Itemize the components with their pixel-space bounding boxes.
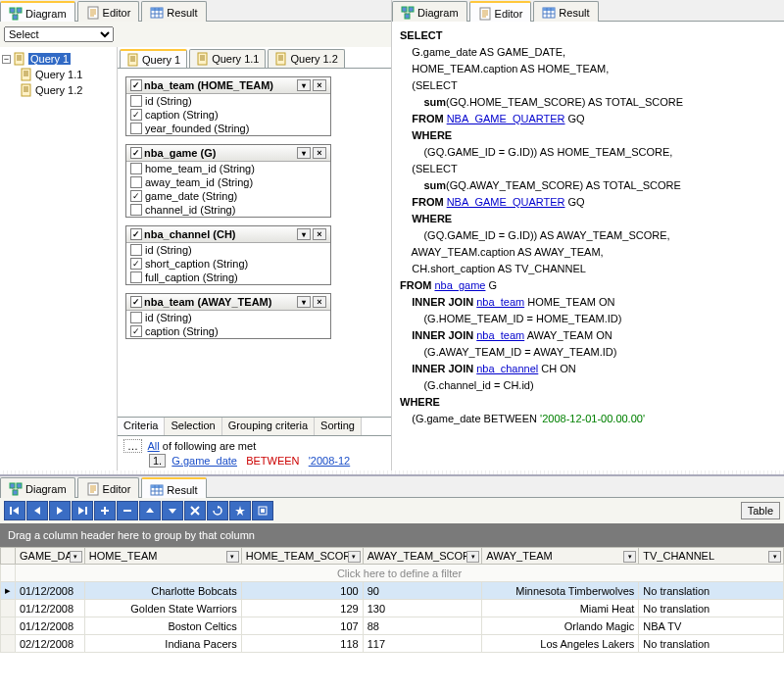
- column-checkbox[interactable]: [130, 258, 142, 270]
- query-selector[interactable]: Select: [4, 26, 114, 42]
- qtab-2[interactable]: Query 1.1: [189, 49, 266, 68]
- cell-home-score[interactable]: 118: [241, 635, 363, 653]
- nav-first[interactable]: [4, 501, 25, 520]
- column-checkbox[interactable]: [130, 325, 142, 337]
- cell-home-team[interactable]: Charlotte Bobcats: [84, 582, 241, 600]
- column-row[interactable]: caption (String): [126, 108, 330, 122]
- nav-last[interactable]: [72, 501, 93, 520]
- cell-home-score[interactable]: 107: [241, 617, 363, 635]
- nav-prev[interactable]: [26, 501, 48, 520]
- col-home-score[interactable]: HOME_TEAM_SCORE▾: [241, 548, 363, 565]
- nav-cancel[interactable]: [184, 501, 206, 520]
- btab-diagram[interactable]: Diagram: [0, 477, 75, 498]
- tree-child-2[interactable]: Query 1.2: [2, 82, 115, 98]
- cell-home-score[interactable]: 100: [241, 582, 363, 600]
- tab-editor[interactable]: Editor: [77, 1, 140, 22]
- nav-next[interactable]: [49, 501, 71, 520]
- filter-row[interactable]: Click here to define a filter: [1, 565, 784, 582]
- cell-home-team[interactable]: Indiana Pacers: [84, 635, 241, 653]
- cell-away-team[interactable]: Los Angeles Lakers: [482, 635, 639, 653]
- table-row[interactable]: 01/12/2008Boston Celtics10788Orlando Mag…: [1, 617, 784, 635]
- col-game-date[interactable]: GAME_DA▲▾: [16, 548, 85, 565]
- column-row[interactable]: year_founded (String): [126, 122, 330, 135]
- table-checkbox[interactable]: [130, 147, 142, 159]
- col-away-team[interactable]: AWAY_TEAM▾: [482, 548, 639, 565]
- table-box[interactable]: nba_team (HOME_TEAM)▾×id (String)caption…: [125, 76, 331, 136]
- diagram-designer[interactable]: nba_team (HOME_TEAM)▾×id (String)caption…: [118, 69, 391, 417]
- cell-home-team[interactable]: Boston Celtics: [84, 617, 241, 635]
- cell-date[interactable]: 02/12/2008: [16, 635, 85, 653]
- cell-away-score[interactable]: 117: [363, 635, 482, 653]
- btab-result[interactable]: Result: [141, 477, 206, 498]
- criteria-field[interactable]: G.game_date: [172, 455, 237, 467]
- table-box[interactable]: nba_game (G)▾×home_team_id (String)away_…: [125, 144, 331, 218]
- table-close[interactable]: ×: [313, 228, 326, 240]
- table-dropdown[interactable]: ▾: [297, 147, 311, 159]
- crit-tab-criteria[interactable]: Criteria: [118, 418, 165, 435]
- cell-away-team[interactable]: Miami Heat: [482, 600, 639, 617]
- dropdown-icon[interactable]: ▾: [70, 551, 82, 563]
- group-by-bar[interactable]: Drag a column header here to group by th…: [0, 523, 784, 547]
- column-row[interactable]: home_team_id (String): [126, 162, 330, 175]
- cell-date[interactable]: 01/12/2008: [16, 600, 85, 617]
- table-checkbox[interactable]: [130, 228, 142, 240]
- cell-date[interactable]: 01/12/2008: [16, 582, 85, 600]
- criteria-line-menu[interactable]: 1.: [149, 454, 166, 468]
- cell-tv[interactable]: No translation: [639, 582, 784, 600]
- criteria-all-link[interactable]: All: [148, 440, 160, 452]
- cell-tv[interactable]: NBA TV: [639, 617, 784, 635]
- column-checkbox[interactable]: [130, 271, 142, 283]
- dropdown-icon[interactable]: ▾: [768, 551, 781, 563]
- table-row[interactable]: 01/12/2008Golden State Warriors129130Mia…: [1, 600, 784, 617]
- nav-add[interactable]: [94, 501, 116, 520]
- table-checkbox[interactable]: [130, 79, 142, 91]
- table-close[interactable]: ×: [313, 296, 326, 308]
- criteria-add[interactable]: …: [123, 439, 142, 453]
- col-tv-channel[interactable]: TV_CHANNEL▾: [639, 548, 784, 565]
- criteria-value[interactable]: '2008-12: [309, 455, 350, 467]
- column-checkbox[interactable]: [130, 123, 142, 134]
- column-row[interactable]: id (String): [126, 311, 330, 324]
- cell-away-team[interactable]: Minnesota Timberwolves: [482, 582, 639, 600]
- column-row[interactable]: game_date (String): [126, 189, 330, 203]
- table-box[interactable]: nba_channel (CH)▾×id (String)short_capti…: [125, 225, 331, 285]
- cell-away-score[interactable]: 88: [363, 617, 482, 635]
- dropdown-icon[interactable]: ▾: [348, 551, 361, 563]
- column-checkbox[interactable]: [130, 244, 142, 256]
- rtab-result[interactable]: Result: [533, 1, 598, 22]
- column-row[interactable]: caption (String): [126, 324, 330, 338]
- sql-editor[interactable]: SELECT G.game_date AS GAME_DATE, HOME_TE…: [392, 22, 784, 470]
- table-dropdown[interactable]: ▾: [297, 79, 311, 91]
- column-row[interactable]: away_team_id (String): [126, 175, 330, 189]
- column-row[interactable]: channel_id (String): [126, 203, 330, 217]
- crit-tab-selection[interactable]: Selection: [165, 418, 221, 435]
- column-checkbox[interactable]: [130, 204, 142, 216]
- nav-refresh[interactable]: [207, 501, 228, 520]
- column-row[interactable]: full_caption (String): [126, 271, 330, 284]
- column-checkbox[interactable]: [130, 176, 142, 188]
- column-row[interactable]: id (String): [126, 94, 330, 108]
- qtab-1[interactable]: Query 1: [120, 49, 187, 68]
- tree-root[interactable]: −Query 1: [2, 51, 115, 67]
- cell-tv[interactable]: No translation: [639, 600, 784, 617]
- tree-child-1[interactable]: Query 1.1: [2, 67, 115, 82]
- dropdown-icon[interactable]: ▾: [226, 551, 239, 563]
- collapse-icon[interactable]: −: [2, 55, 11, 64]
- crit-tab-grouping[interactable]: Grouping criteria: [222, 418, 315, 435]
- table-close[interactable]: ×: [313, 79, 326, 91]
- table-mode-button[interactable]: Table: [741, 502, 780, 519]
- cell-tv[interactable]: No translation: [639, 635, 784, 653]
- column-checkbox[interactable]: [130, 95, 142, 107]
- table-row[interactable]: ▸01/12/2008Charlotte Bobcats10090Minneso…: [1, 582, 784, 600]
- column-checkbox[interactable]: [130, 163, 142, 174]
- cell-home-team[interactable]: Golden State Warriors: [84, 600, 241, 617]
- col-home-team[interactable]: HOME_TEAM▾: [84, 548, 241, 565]
- crit-tab-sorting[interactable]: Sorting: [315, 418, 362, 435]
- table-box[interactable]: nba_team (AWAY_TEAM)▾×id (String)caption…: [125, 293, 331, 339]
- nav-remove[interactable]: [117, 501, 138, 520]
- nav-edit[interactable]: [252, 501, 273, 520]
- nav-star[interactable]: [229, 501, 251, 520]
- table-close[interactable]: ×: [313, 147, 326, 159]
- table-dropdown[interactable]: ▾: [297, 296, 311, 308]
- qtab-3[interactable]: Query 1.2: [268, 49, 344, 68]
